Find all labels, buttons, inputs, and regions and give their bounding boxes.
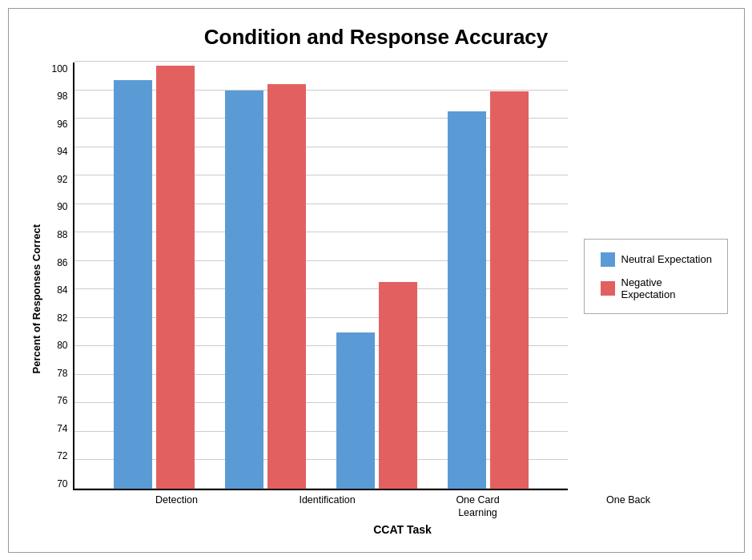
plot-area-row: 707274767880828486889092949698100 Neutra… xyxy=(49,62,728,491)
legend-label-0: Neutral Expectation xyxy=(621,253,712,265)
y-axis-label-container: Percent of Responses Correct xyxy=(25,62,49,536)
y-tick-80: 80 xyxy=(57,340,67,350)
legend-swatch-0 xyxy=(601,252,615,267)
y-tick-88: 88 xyxy=(57,230,67,240)
chart-title: Condition and Response Accuracy xyxy=(204,25,549,50)
legend: Neutral ExpectationNegative Expectation xyxy=(584,239,728,314)
chart-container: Condition and Response Accuracy Percent … xyxy=(8,8,745,553)
y-tick-70: 70 xyxy=(57,479,67,489)
x-label-1: Identification xyxy=(287,494,368,520)
bar-neutral-1 xyxy=(225,91,263,489)
y-tick-76: 76 xyxy=(57,396,67,405)
plot-and-legend: Neutral ExpectationNegative Expectation xyxy=(73,62,728,491)
y-tick-82: 82 xyxy=(57,313,67,323)
y-tick-94: 94 xyxy=(57,147,67,156)
y-tick-84: 84 xyxy=(57,285,67,295)
x-axis-labels: DetectionIdentificationOne CardLearningO… xyxy=(78,494,728,520)
legend-swatch-1 xyxy=(601,281,615,296)
bar-negative-3 xyxy=(490,91,529,489)
chart-inner: 707274767880828486889092949698100 Neutra… xyxy=(49,62,728,536)
y-tick-96: 96 xyxy=(57,119,67,129)
x-label-3: One Back xyxy=(588,494,669,520)
legend-label-1: Negative Expectation xyxy=(621,276,719,300)
plot-area xyxy=(73,62,568,491)
bars-container xyxy=(74,62,568,489)
y-axis-ticks: 707274767880828486889092949698100 xyxy=(49,62,73,491)
bar-group-3 xyxy=(448,91,529,489)
bar-negative-0 xyxy=(156,66,195,489)
bar-neutral-3 xyxy=(448,111,486,489)
legend-item-1: Negative Expectation xyxy=(601,276,719,300)
x-label-2: One CardLearning xyxy=(437,494,518,520)
x-label-0: Detection xyxy=(136,494,217,520)
y-tick-74: 74 xyxy=(57,424,67,433)
bar-neutral-2 xyxy=(336,332,375,489)
bar-negative-2 xyxy=(379,282,417,489)
y-axis-label: Percent of Responses Correct xyxy=(30,224,42,373)
x-axis-title: CCAT Task xyxy=(78,523,728,536)
chart-body: Percent of Responses Correct 70727476788… xyxy=(25,62,728,536)
bar-negative-1 xyxy=(267,84,306,489)
y-tick-100: 100 xyxy=(51,64,67,74)
y-tick-72: 72 xyxy=(57,451,67,461)
y-tick-92: 92 xyxy=(57,175,67,184)
bar-group-1 xyxy=(225,84,306,489)
y-tick-86: 86 xyxy=(57,258,67,268)
bar-neutral-0 xyxy=(114,80,152,489)
bar-group-0 xyxy=(114,66,195,489)
y-tick-78: 78 xyxy=(57,369,67,378)
bar-group-2 xyxy=(336,282,417,489)
y-tick-90: 90 xyxy=(57,202,67,212)
y-tick-98: 98 xyxy=(57,91,67,101)
legend-item-0: Neutral Expectation xyxy=(601,252,719,267)
